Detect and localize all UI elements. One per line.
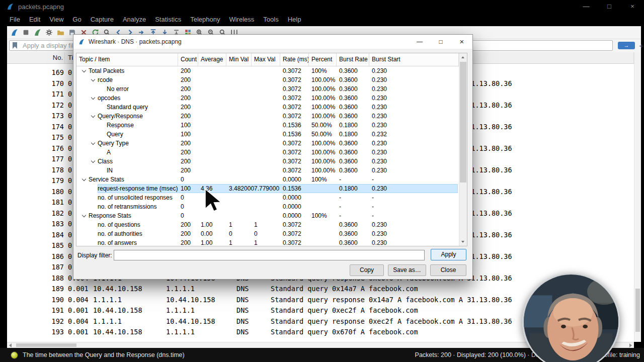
restart-capture-icon[interactable] [33,28,42,37]
stats-column-header-burst-start[interactable]: Burst Start [369,53,459,66]
open-file-icon[interactable] [56,28,65,37]
stats-vertical-scrollbar[interactable] [459,53,467,246]
stats-row[interactable]: Service Stats00.0000100%-- [76,175,459,184]
tree-expand-arrow[interactable] [79,175,89,184]
stats-column-header-count[interactable]: Count [178,53,198,66]
start-capture-icon[interactable] [10,28,19,37]
stats-cell-avg [198,193,226,202]
tree-expand-arrow[interactable] [79,211,89,220]
stats-cell-bstart: 0.230 [369,103,459,112]
stats-row[interactable]: Class2000.3072100.00%0.36000.230 [76,157,459,166]
stats-column-header-rate-ms-[interactable]: Rate (ms) [280,53,309,66]
save-as-button[interactable]: Save as… [388,264,426,276]
tree-expand-arrow[interactable] [89,157,98,166]
stats-column-header-burst-rate[interactable]: Burst Rate [337,53,369,66]
stats-row[interactable]: Standard query2000.3072100.00%0.36000.23… [76,103,459,112]
stats-column-header-min-val[interactable]: Min Val [226,53,252,66]
stats-cell-brate: 0.3600 [337,148,369,157]
scroll-left-arrow-icon[interactable] [9,343,12,347]
scroll-up-arrow-icon[interactable] [459,53,467,61]
apply-button[interactable]: Apply [431,249,466,260]
tree-expand-arrow[interactable] [89,139,98,148]
stats-row[interactable]: rcode2000.3072100.00%0.36000.230 [76,75,459,84]
window-titlebar[interactable]: packets.pcapng — □ × [0,0,644,13]
stats-column-header-average[interactable]: Average [198,53,226,66]
stats-item-label: IN [107,166,113,175]
stats-row[interactable]: no. of unsolicited responses00.0000-- [76,193,459,202]
stats-column-header-max-val[interactable]: Max Val [252,53,280,66]
stats-cell-pct: 100.00% [309,166,337,175]
stats-scroll-thumb[interactable] [460,62,466,183]
packet-cell: 181 [7,197,65,208]
stats-row[interactable]: request-response time (msec)1004.363.482… [76,184,459,193]
dialog-close-button[interactable]: × [451,35,472,49]
stats-cell-count: 200 [178,75,198,84]
stats-row[interactable]: opcodes2000.3072100.00%0.36000.230 [76,94,459,103]
stats-row[interactable]: Response Stats00.0000100%-- [76,211,459,220]
packet-cell: 1.1.1.1 [90,295,163,306]
tree-expand-arrow[interactable] [89,75,98,84]
scroll-right-arrow-icon[interactable] [629,343,632,347]
stats-row[interactable]: A2000.3072100.00%0.36000.230 [76,148,459,157]
stats-row[interactable]: IN2000.3072100.00%0.36000.230 [76,166,459,175]
packet-list-vertical-scrollbar[interactable] [634,52,641,342]
vertical-scroll-thumb[interactable] [635,289,640,332]
close-button[interactable]: × [621,0,644,13]
menu-wireless[interactable]: Wireless [224,13,259,26]
tree-expand-arrow[interactable] [79,66,89,75]
filter-apply-button[interactable]: → [618,42,635,49]
menu-statistics[interactable]: Statistics [150,13,186,26]
dialog-maximize-button[interactable]: □ [430,35,451,49]
tree-expand-arrow[interactable] [89,94,98,103]
filter-add-button[interactable]: + [637,40,644,51]
stats-row[interactable]: Response1000.153650.00%0.18000.230 [76,121,459,130]
stats-cell-count: 200 [178,66,198,75]
stats-cell-rate: 0.3072 [280,103,309,112]
stats-cell-pct [309,202,337,211]
stats-cell-brate: 0.3600 [337,112,369,121]
stats-cell-max [252,130,280,139]
stats-row[interactable]: no. of questions2001.00110.30720.36000.2… [76,220,459,229]
stats-row[interactable]: Query1000.153650.00%0.18000.232 [76,130,459,139]
minimize-button[interactable]: — [575,0,598,13]
scroll-down-arrow-icon[interactable] [459,238,467,246]
stats-cell-pct: 100.00% [309,84,337,94]
capture-options-icon[interactable] [45,28,53,37]
expert-info-icon[interactable] [11,352,18,358]
stats-row[interactable]: Query Type2000.3072100.00%0.36000.230 [76,139,459,148]
packet-cell: 172 [7,100,65,111]
menu-analyze[interactable]: Analyze [118,13,150,26]
stats-row[interactable]: Total Packets2000.3072100%0.36000.230 [76,66,459,75]
menu-edit[interactable]: Edit [25,13,45,26]
menu-file[interactable]: File [5,13,25,26]
maximize-button[interactable]: □ [598,0,621,13]
menu-help[interactable]: Help [283,13,306,26]
tree-expand-arrow[interactable] [89,112,98,121]
packet-cell: 184 [7,230,65,241]
stats-cell-avg [198,112,226,121]
stats-column-header-topic-item[interactable]: Topic / Item [76,53,178,66]
stats-row[interactable]: Query/Response2000.3072100.00%0.36000.23… [76,112,459,121]
stats-row[interactable]: no. of answers2001.00110.30720.36000.230 [76,238,459,246]
menu-go[interactable]: Go [68,13,86,26]
stats-cell-avg [198,84,226,94]
stats-row[interactable]: No error2000.3072100.00%0.36000.230 [76,84,459,94]
menu-tools[interactable]: Tools [259,13,283,26]
menu-capture[interactable]: Capture [86,13,118,26]
dialog-filter-input[interactable] [114,250,425,260]
menu-view[interactable]: View [45,13,68,26]
stats-item-label: Query/Response [98,112,143,121]
stats-cell-avg [198,94,226,103]
column-header-no[interactable]: No. [7,52,65,63]
close-dialog-button[interactable]: Close [430,264,466,276]
menu-telephony[interactable]: Telephony [186,13,224,26]
copy-button[interactable]: Copy [350,264,384,276]
dialog-titlebar[interactable]: Wireshark · DNS · packets.pcapng — □ × [73,35,472,49]
stats-column-header-percent[interactable]: Percent [309,53,337,66]
packet-cell: 188 [7,273,65,284]
dialog-minimize-button[interactable]: — [409,35,430,49]
stop-capture-icon[interactable] [22,28,30,37]
horizontal-scroll-thumb[interactable] [16,343,76,347]
stats-row[interactable]: no. of retransmissions00.0000-- [76,202,459,211]
stats-row[interactable]: no. of authorities2000.00000.30720.36000… [76,229,459,238]
